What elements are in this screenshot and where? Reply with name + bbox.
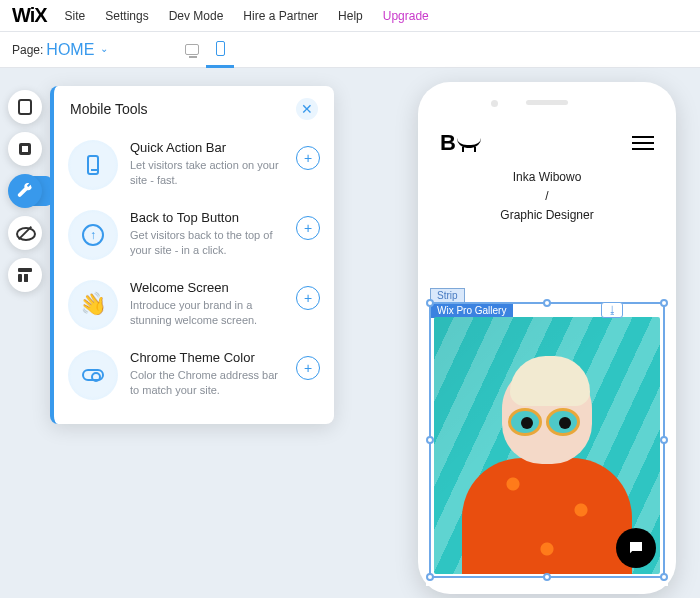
menu-hire-partner[interactable]: Hire a Partner [243, 9, 318, 23]
mobile-view-tab[interactable] [206, 32, 234, 68]
plus-icon: + [304, 220, 312, 236]
tool-back-to-top[interactable]: Back to Top Button Get visitors back to … [54, 200, 334, 270]
resize-handle[interactable] [426, 573, 434, 581]
tool-body: Chrome Theme Color Color the Chrome addr… [130, 350, 284, 399]
tool-title: Quick Action Bar [130, 140, 284, 155]
add-button[interactable]: + [296, 216, 320, 240]
tool-chrome-theme[interactable]: Chrome Theme Color Color the Chrome addr… [54, 340, 334, 410]
panel-close-button[interactable]: ✕ [296, 98, 318, 120]
author-name: Inka Wibowo [426, 168, 668, 187]
site-intro: Inka Wibowo / Graphic Designer [426, 162, 668, 236]
plus-icon: + [304, 360, 312, 376]
rail-mobile-tools-button[interactable] [8, 174, 42, 208]
preview-screen[interactable]: B Inka Wibowo / Graphic Designer Strip W… [426, 120, 668, 586]
add-button[interactable]: + [296, 356, 320, 380]
arrow-up-circle-icon [82, 224, 104, 246]
device-tabs [178, 32, 234, 68]
tool-desc: Get visitors back to the top of your sit… [130, 228, 284, 259]
resize-handle[interactable] [543, 299, 551, 307]
page-device-bar: Page: HOME ⌄ [0, 32, 700, 68]
menu-settings[interactable]: Settings [105, 9, 148, 23]
menu-site[interactable]: Site [65, 9, 86, 23]
closed-eye-icon [457, 138, 481, 148]
tool-icon-welcome: 👋 [68, 280, 118, 330]
logo-letter: B [440, 130, 455, 155]
tool-desc: Introduce your brand in a stunning welco… [130, 298, 284, 329]
rail-hidden-elements-button[interactable] [8, 216, 42, 250]
site-logo: B [440, 130, 481, 156]
mobile-bar-icon [87, 155, 99, 175]
menu-help[interactable]: Help [338, 9, 363, 23]
panel-title: Mobile Tools [70, 101, 148, 117]
page-label: Page: [12, 43, 43, 57]
plus-icon: + [304, 150, 312, 166]
mobile-preview-frame: B Inka Wibowo / Graphic Designer Strip W… [418, 82, 676, 594]
layout-icon [18, 268, 32, 282]
resize-handle[interactable] [660, 436, 668, 444]
page-icon [18, 99, 32, 115]
tool-desc: Let visitors take action on your site - … [130, 158, 284, 189]
phone-speaker [526, 100, 568, 105]
hamburger-menu-button[interactable] [632, 132, 654, 154]
wix-logo: WiX [12, 4, 47, 27]
square-icon [19, 143, 31, 155]
editor-canvas: Mobile Tools ✕ Quick Action Bar Let visi… [0, 68, 700, 598]
plus-icon: + [304, 290, 312, 306]
top-menu-bar: WiX Site Settings Dev Mode Hire a Partne… [0, 0, 700, 32]
wrench-icon [17, 183, 33, 199]
tool-body: Quick Action Bar Let visitors take actio… [130, 140, 284, 189]
menu-dev-mode[interactable]: Dev Mode [169, 9, 224, 23]
desktop-icon [185, 44, 199, 55]
resize-handle[interactable] [543, 573, 551, 581]
address-bar-icon [82, 369, 104, 381]
tool-desc: Color the Chrome address bar to match yo… [130, 368, 284, 399]
strip-element-label[interactable]: Strip [430, 288, 465, 303]
chevron-down-icon[interactable]: ⌄ [100, 43, 108, 54]
desktop-view-tab[interactable] [178, 32, 206, 68]
page-selector[interactable]: HOME [46, 41, 94, 59]
tool-body: Back to Top Button Get visitors back to … [130, 210, 284, 259]
tool-body: Welcome Screen Introduce your brand in a… [130, 280, 284, 329]
author-role: Graphic Designer [426, 206, 668, 225]
eye-off-icon [16, 224, 34, 242]
resize-handle[interactable] [426, 436, 434, 444]
download-icon[interactable]: ⭳ [601, 302, 623, 318]
add-button[interactable]: + [296, 286, 320, 310]
mobile-icon [216, 41, 225, 56]
resize-handle[interactable] [660, 573, 668, 581]
tool-title: Welcome Screen [130, 280, 284, 295]
tool-welcome-screen[interactable]: 👋 Welcome Screen Introduce your brand in… [54, 270, 334, 340]
tool-title: Back to Top Button [130, 210, 284, 225]
mobile-tools-panel: Mobile Tools ✕ Quick Action Bar Let visi… [50, 86, 334, 424]
left-tool-rail [8, 90, 42, 292]
close-icon: ✕ [301, 101, 313, 117]
tool-title: Chrome Theme Color [130, 350, 284, 365]
tool-icon-qab [68, 140, 118, 190]
tool-icon-top [68, 210, 118, 260]
separator: / [426, 187, 668, 206]
wave-hand-icon: 👋 [77, 290, 108, 320]
main-menu: Site Settings Dev Mode Hire a Partner He… [65, 9, 429, 23]
panel-header: Mobile Tools ✕ [54, 86, 334, 130]
resize-handle[interactable] [660, 299, 668, 307]
rail-background-button[interactable] [8, 132, 42, 166]
menu-upgrade[interactable]: Upgrade [383, 9, 429, 23]
phone-camera [491, 100, 498, 107]
rail-layout-button[interactable] [8, 258, 42, 292]
tool-icon-chrome [68, 350, 118, 400]
chat-icon [627, 539, 645, 557]
add-button[interactable]: + [296, 146, 320, 170]
tool-quick-action-bar[interactable]: Quick Action Bar Let visitors take actio… [54, 130, 334, 200]
site-header: B [426, 120, 668, 162]
resize-handle[interactable] [426, 299, 434, 307]
rail-pages-button[interactable] [8, 90, 42, 124]
chat-button[interactable] [616, 528, 656, 568]
